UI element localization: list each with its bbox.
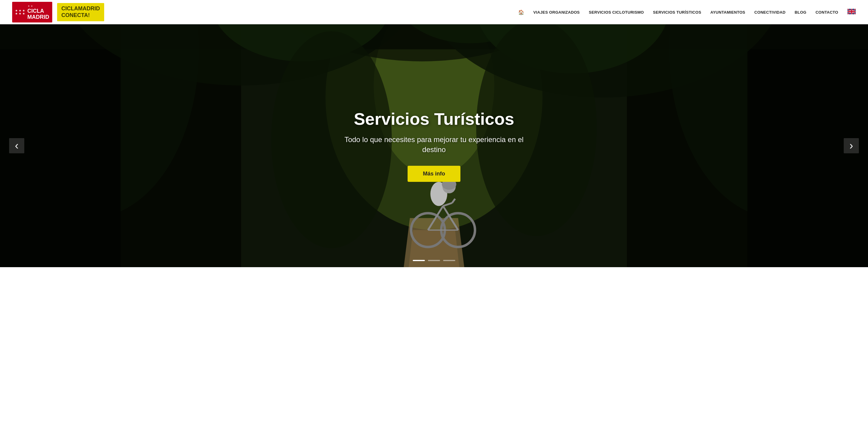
logo-cicla-line1: CICLA [27, 8, 49, 14]
slider-prev-button[interactable]: ‹ [9, 138, 24, 153]
conecta-logo[interactable]: CICLAMADRID CONECTA! [57, 3, 104, 21]
conecta-line1: CICLAMADRID [61, 5, 100, 12]
conecta-text: CICLAMADRID CONECTA! [61, 5, 100, 19]
hero-cta-button[interactable]: Más info [408, 166, 460, 182]
star-icon [23, 12, 25, 15]
star-icon [19, 12, 21, 15]
slider-next-button[interactable]: › [844, 138, 859, 153]
logo-cicla-line2: MADRID [27, 14, 49, 20]
nav-item-servicios-ciclo[interactable]: SERVICIOS CICLOTURISMO [589, 10, 644, 14]
hero-title: Servicios Turísticos [343, 109, 525, 128]
slider-dot-2[interactable] [428, 260, 440, 261]
chevron-right-icon: › [849, 140, 853, 151]
nav-item-contacto[interactable]: CONTACTO [815, 10, 838, 14]
ciclamadrid-text: ⚬⚬ CICLA MADRID [27, 4, 49, 20]
logo-stars-grid [15, 9, 26, 15]
nav-item-blog[interactable]: BLOG [795, 10, 806, 14]
logo-area: ⚬⚬ CICLA MADRID CICLAMADRID CONECTA! [12, 2, 104, 23]
header: ⚬⚬ CICLA MADRID CICLAMADRID CONECTA! 🏠 V… [0, 0, 868, 24]
language-switcher[interactable] [847, 9, 856, 15]
slider-dot-1[interactable] [413, 260, 425, 261]
chevron-left-icon: ‹ [15, 140, 19, 151]
slider-dot-3[interactable] [443, 260, 455, 261]
conecta-line2: CONECTA! [61, 12, 100, 19]
nav-item-viajes[interactable]: VIAJES ORGANIZADOS [533, 10, 580, 14]
star-icon [15, 9, 18, 12]
nav-home-link[interactable]: 🏠 [518, 9, 524, 15]
nav-item-conectividad[interactable]: CONECTIVIDAD [754, 10, 786, 14]
star-icon [19, 9, 21, 12]
slider-dots [413, 260, 455, 261]
hero-subtitle: Todo lo que necesites para mejorar tu ex… [343, 134, 525, 155]
star-icon [15, 12, 18, 15]
main-nav: 🏠 VIAJES ORGANIZADOS SERVICIOS CICLOTURI… [518, 9, 856, 15]
hero-content: Servicios Turísticos Todo lo que necesit… [343, 109, 525, 182]
bike-icon: ⚬⚬ [27, 4, 49, 8]
nav-item-ayuntamientos[interactable]: AYUNTAMIENTOS [710, 10, 745, 14]
hero-section: ‹ Servicios Turísticos Todo lo que neces… [0, 24, 868, 267]
ciclamadrid-logo[interactable]: ⚬⚬ CICLA MADRID [12, 2, 52, 23]
uk-flag-icon [847, 9, 856, 14]
nav-item-servicios-turisticos[interactable]: SERVICIOS TURÍSTICOS [653, 10, 701, 14]
star-icon [23, 9, 25, 12]
